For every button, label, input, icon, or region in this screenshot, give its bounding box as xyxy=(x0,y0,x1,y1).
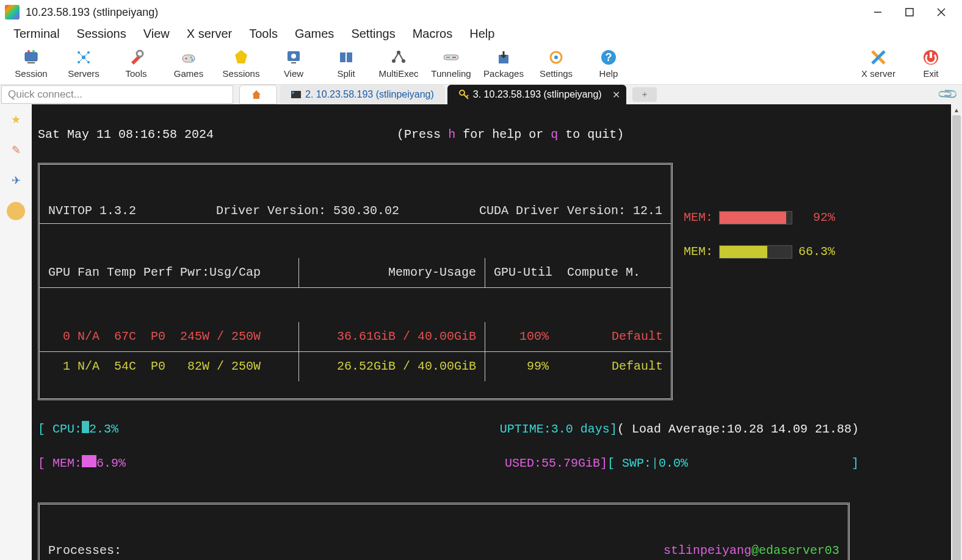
svg-rect-1 xyxy=(906,9,913,16)
close-button[interactable] xyxy=(925,0,957,24)
menu-tools[interactable]: Tools xyxy=(240,24,286,43)
svg-point-21 xyxy=(192,59,193,61)
split-icon xyxy=(338,49,355,66)
menu-help[interactable]: Help xyxy=(461,24,503,43)
svg-line-30 xyxy=(394,52,399,61)
menu-games[interactable]: Games xyxy=(286,24,342,43)
scrollbar-track[interactable] xyxy=(951,115,962,560)
svg-point-35 xyxy=(554,56,558,59)
main-area: ★ ✎ ✈ Sat May 11 08:16:58 2024 (Press h … xyxy=(0,104,962,560)
svg-line-16 xyxy=(84,57,89,62)
svg-rect-32 xyxy=(444,55,458,60)
macro-icon[interactable]: ✎ xyxy=(7,141,25,159)
svg-line-15 xyxy=(79,57,84,62)
svg-line-14 xyxy=(84,52,89,57)
menu-sessions[interactable]: Sessions xyxy=(68,24,135,43)
app-icon xyxy=(5,5,20,20)
toolbar-tools[interactable]: Tools xyxy=(110,45,162,83)
svg-rect-39 xyxy=(930,52,932,58)
toolbar-view[interactable]: View xyxy=(267,45,320,83)
toolbar-xserver[interactable]: X server xyxy=(852,45,905,83)
window-title: 10.23.58.193 (stlinpeiyang) xyxy=(26,6,158,19)
attachment-icon[interactable]: 📎 xyxy=(936,83,959,106)
svg-line-31 xyxy=(399,52,403,61)
svg-text:?: ? xyxy=(606,51,612,63)
terminal-output[interactable]: Sat May 11 08:16:58 2024 (Press h for he… xyxy=(32,104,951,560)
gpu-row: 0 N/A 67C P0 245W / 250W36.61GiB / 40.00… xyxy=(40,322,671,352)
titlebar: 10.23.58.193 (stlinpeiyang) xyxy=(0,0,962,24)
toolbar-tunneling[interactable]: Tunneling xyxy=(425,45,477,83)
tools-icon xyxy=(128,49,145,66)
svg-point-20 xyxy=(190,57,192,59)
svg-point-6 xyxy=(27,50,30,52)
svg-point-24 xyxy=(291,54,296,59)
settings-icon xyxy=(548,49,565,66)
scroll-up-icon[interactable]: ▲ xyxy=(951,104,962,115)
menu-xserver[interactable]: X server xyxy=(178,24,240,43)
menubar: Terminal Sessions View X server Tools Ga… xyxy=(0,24,962,43)
multiexec-icon xyxy=(390,49,407,66)
terminal-icon xyxy=(291,89,302,100)
star-icon[interactable]: ★ xyxy=(7,110,25,129)
cpu-bar xyxy=(82,421,89,433)
menu-view[interactable]: View xyxy=(135,24,178,43)
tunneling-icon xyxy=(443,49,460,66)
toolbar-exit[interactable]: Exit xyxy=(905,45,957,83)
toolbar-servers[interactable]: Servers xyxy=(57,45,110,83)
tab-session-2[interactable]: 2. 10.23.58.193 (stlinpeiyang) xyxy=(280,85,445,104)
xserver-icon xyxy=(870,49,887,66)
key-icon xyxy=(458,89,469,100)
svg-rect-5 xyxy=(27,62,35,63)
svg-point-41 xyxy=(292,92,294,94)
toolbar-session[interactable]: Session xyxy=(5,45,57,83)
add-tab-button[interactable]: ＋ xyxy=(632,87,657,102)
toolbar-multiexec[interactable]: MultiExec xyxy=(372,45,425,83)
toolbar-settings[interactable]: Settings xyxy=(530,45,582,83)
scrollbar-thumb[interactable] xyxy=(952,115,961,560)
sessions-icon xyxy=(233,49,250,66)
svg-rect-18 xyxy=(183,55,195,62)
svg-rect-23 xyxy=(291,62,296,63)
toolbar-help[interactable]: ?Help xyxy=(582,45,635,83)
globe-icon[interactable] xyxy=(7,202,25,220)
gpu-mem-indicator: MEM: 66.3% xyxy=(684,243,835,260)
svg-rect-25 xyxy=(340,52,345,62)
toolbar-sessions[interactable]: Sessions xyxy=(215,45,267,83)
tab-home[interactable] xyxy=(239,85,277,104)
maximize-button[interactable] xyxy=(894,0,925,24)
tab-close-icon[interactable]: ✕ xyxy=(612,89,620,101)
mem-bar xyxy=(82,455,96,467)
exit-icon xyxy=(922,49,939,66)
vertical-scrollbar[interactable]: ▲ ▼ xyxy=(951,104,962,560)
menu-macros[interactable]: Macros xyxy=(404,24,461,43)
toolbar: Session Servers Tools Games Sessions Vie… xyxy=(0,43,962,85)
packages-icon xyxy=(495,49,512,66)
svg-rect-4 xyxy=(25,52,37,61)
servers-icon xyxy=(75,49,92,66)
svg-point-19 xyxy=(186,58,187,60)
menu-terminal[interactable]: Terminal xyxy=(5,24,68,43)
svg-point-17 xyxy=(137,51,143,57)
gpu-mem-indicator: MEM: 92% xyxy=(684,209,835,226)
quick-connect-input[interactable]: Quick connect... xyxy=(1,85,233,104)
svg-rect-26 xyxy=(347,52,352,62)
home-icon xyxy=(251,89,262,100)
svg-point-7 xyxy=(32,50,35,52)
gpu-row: 1 N/A 54C P0 82W / 250W26.52GiB / 40.00G… xyxy=(40,352,671,381)
minimize-button[interactable] xyxy=(862,0,894,24)
menu-settings[interactable]: Settings xyxy=(342,24,403,43)
svg-line-13 xyxy=(79,52,84,57)
help-icon: ? xyxy=(600,49,617,66)
tabbar: Quick connect... 2. 10.23.58.193 (stlinp… xyxy=(0,85,962,104)
toolbar-packages[interactable]: Packages xyxy=(477,45,530,83)
view-icon xyxy=(285,49,302,66)
toolbar-split[interactable]: Split xyxy=(320,45,372,83)
left-sidebar: ★ ✎ ✈ xyxy=(0,104,32,560)
session-icon xyxy=(23,49,40,66)
tab-session-3[interactable]: 3. 10.23.58.193 (stlinpeiyang)✕ xyxy=(447,85,626,104)
sftp-icon[interactable]: ✈ xyxy=(7,171,25,190)
toolbar-games[interactable]: Games xyxy=(162,45,215,83)
games-icon xyxy=(180,49,197,66)
